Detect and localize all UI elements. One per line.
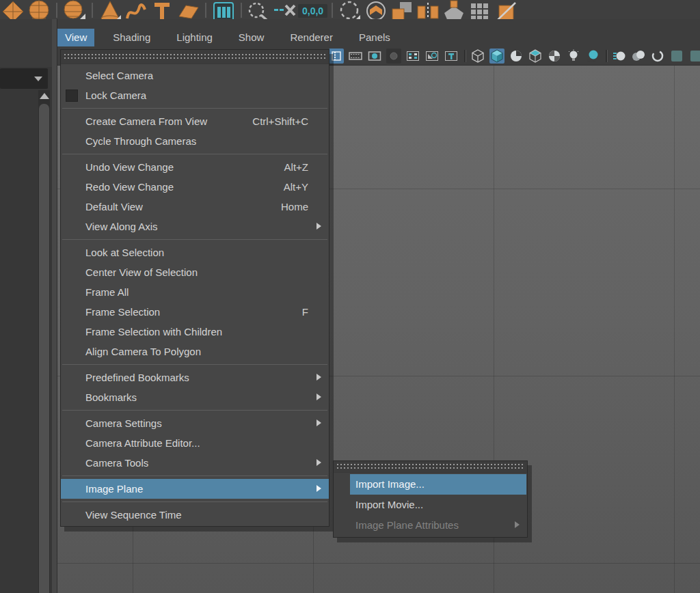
exposure-icon[interactable] — [669, 49, 684, 64]
maya-window: 0,0,0 ViewShadingLightingShowRendererPan… — [0, 0, 700, 593]
quad-draw-icon[interactable] — [441, 0, 467, 20]
menu-item-shortcut: Alt+Z — [284, 157, 308, 177]
zoom-selected-icon[interactable] — [246, 0, 272, 20]
submenu-tearoff-handle[interactable] — [334, 461, 527, 473]
view-menu-body: Select CameraLock CameraCreate Camera Fr… — [61, 64, 329, 526]
connect-tool-icon[interactable] — [493, 0, 519, 20]
menu-item-camera-attribute-editor[interactable]: Camera Attribute Editor... — [61, 433, 329, 453]
delete-history-icon[interactable] — [272, 0, 298, 20]
clipped-edge-icon[interactable] — [688, 49, 700, 64]
grid-line — [674, 66, 675, 593]
panel-menu-lighting[interactable]: Lighting — [169, 29, 220, 46]
menu-item-shortcut: F — [302, 302, 308, 322]
textured-display-icon[interactable] — [509, 49, 524, 64]
submenu-arrow-icon — [317, 419, 321, 426]
film-gate-icon[interactable] — [329, 49, 344, 64]
menu-separator — [62, 154, 327, 154]
shelf-separator — [92, 3, 93, 18]
menu-item-label: Image Plane Attributes — [355, 515, 459, 536]
submenu-arrow-icon — [317, 374, 321, 381]
menu-item-label: Camera Attribute Editor... — [85, 433, 200, 453]
smooth-mesh-icon[interactable] — [62, 0, 88, 20]
reset-transform-readout[interactable]: 0,0,0 — [298, 4, 327, 18]
menu-item-image-plane[interactable]: Image Plane — [61, 479, 329, 499]
menu-separator — [62, 108, 327, 109]
menu-item-redo-view-change[interactable]: Redo View ChangeAlt+Y — [61, 177, 329, 197]
checkbox-unchecked[interactable] — [66, 89, 78, 102]
menu-item-import-image[interactable]: Import Image... — [334, 474, 527, 495]
menu-item-lock-camera[interactable]: Lock Camera — [61, 85, 329, 105]
uv-editor-icon[interactable] — [211, 0, 237, 20]
depth-of-field-icon[interactable] — [631, 49, 646, 64]
menu-item-look-at-selection[interactable]: Look at Selection — [61, 243, 329, 262]
menu-item-label: Undo View Change — [85, 157, 174, 177]
menu-item-create-camera-from-view[interactable]: Create Camera From ViewCtrl+Shift+C — [61, 111, 329, 131]
shadows-icon[interactable] — [585, 49, 600, 64]
panel-menubar: ViewShadingLightingShowRendererPanels — [57, 29, 409, 46]
menu-item-label: Frame Selection with Children — [85, 322, 222, 342]
menu-item-select-camera[interactable]: Select Camera — [61, 66, 329, 85]
menu-item-label: Camera Settings — [85, 413, 162, 433]
menu-separator — [62, 475, 327, 476]
motion-blur-icon[interactable] — [612, 49, 627, 64]
menu-item-camera-tools[interactable]: Camera Tools — [61, 453, 329, 473]
menu-item-view-along-axis[interactable]: View Along Axis — [61, 217, 329, 236]
menu-item-frame-selection-with-children[interactable]: Frame Selection with Children — [61, 322, 329, 342]
panel-menu-panels[interactable]: Panels — [351, 29, 398, 46]
menu-item-center-view-of-selection[interactable]: Center View of Selection — [61, 262, 329, 282]
safe-action-icon[interactable] — [425, 49, 440, 64]
shelf-separator — [56, 3, 57, 18]
type-tool-icon[interactable] — [149, 0, 175, 20]
scroll-up-arrow-icon[interactable] — [40, 93, 49, 99]
panel-menu-show[interactable]: Show — [231, 29, 272, 46]
use-default-material-icon[interactable] — [528, 49, 543, 64]
resolution-gate-icon[interactable] — [348, 49, 363, 64]
menu-item-label: Import Image... — [355, 474, 425, 495]
menu-item-undo-view-change[interactable]: Undo View ChangeAlt+Z — [61, 157, 329, 177]
panel-menu-shading[interactable]: Shading — [105, 29, 158, 46]
menu-item-predefined-bookmarks[interactable]: Predefined Bookmarks — [61, 368, 329, 387]
panel-menu-renderer[interactable]: Renderer — [282, 29, 340, 46]
duplicate-icon[interactable] — [389, 0, 415, 20]
safe-title-icon[interactable] — [444, 49, 459, 64]
poly-cone-icon[interactable] — [97, 0, 123, 20]
smooth-shade-icon[interactable] — [489, 49, 504, 64]
panel-dropdown[interactable] — [0, 68, 48, 89]
menu-item-default-view[interactable]: Default ViewHome — [61, 197, 329, 217]
lights-icon[interactable] — [566, 49, 581, 64]
menu-separator — [62, 501, 327, 502]
gate-mask-icon[interactable] — [367, 49, 382, 64]
menu-item-import-movie[interactable]: Import Movie... — [334, 495, 527, 515]
menu-item-label: Predefined Bookmarks — [85, 368, 189, 387]
menu-item-view-sequence-time[interactable]: View Sequence Time — [61, 505, 329, 525]
multi-cut-icon[interactable] — [467, 0, 493, 20]
soft-select-icon[interactable] — [363, 0, 389, 20]
menu-item-align-camera-to-polygon[interactable]: Align Camera To Polygon — [61, 342, 329, 361]
poly-sphere-icon[interactable] — [0, 0, 26, 20]
mirror-geometry-icon[interactable] — [415, 0, 441, 20]
film-origin-icon[interactable] — [386, 49, 401, 64]
menu-item-label: Align Camera To Polygon — [85, 342, 201, 361]
menu-item-frame-selection[interactable]: Frame SelectionF — [61, 302, 329, 322]
anti-aliasing-icon[interactable] — [650, 49, 665, 64]
left-panel — [0, 19, 52, 593]
scrollbar-thumb[interactable] — [39, 104, 49, 593]
poly-plane-icon[interactable] — [175, 0, 201, 20]
poly-ball-icon[interactable] — [26, 0, 52, 20]
wireframe-display-icon[interactable] — [470, 49, 485, 64]
menu-item-label: Frame All — [85, 282, 129, 302]
menu-item-label: Frame Selection — [85, 302, 160, 322]
rotate-mode-icon[interactable] — [337, 0, 363, 20]
menu-item-frame-all[interactable]: Frame All — [61, 282, 329, 302]
view-menu-dropdown: Select CameraLock CameraCreate Camera Fr… — [60, 49, 329, 527]
menu-tearoff-handle[interactable] — [61, 50, 329, 64]
field-chart-icon[interactable] — [405, 49, 420, 64]
menu-item-camera-settings[interactable]: Camera Settings — [61, 413, 329, 433]
panel-menu-view[interactable]: View — [57, 29, 94, 46]
menu-item-bookmarks[interactable]: Bookmarks — [61, 387, 329, 407]
submenu-arrow-icon — [317, 485, 321, 492]
wireframe-on-shaded-icon[interactable] — [547, 49, 562, 64]
curve-tool-icon[interactable] — [123, 0, 149, 20]
menu-item-label: Cycle Through Cameras — [85, 131, 196, 151]
menu-item-cycle-through-cameras[interactable]: Cycle Through Cameras — [61, 131, 329, 151]
